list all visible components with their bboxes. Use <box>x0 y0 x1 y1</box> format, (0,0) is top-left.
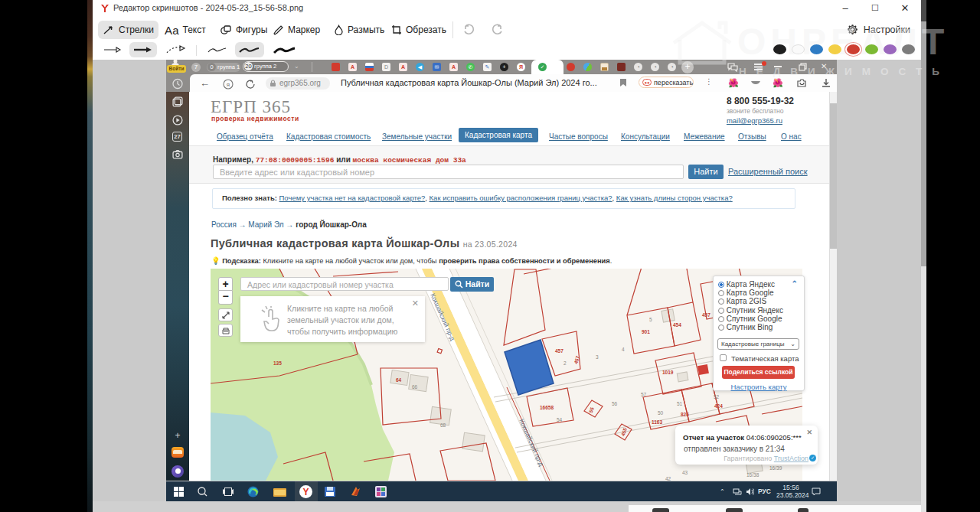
svg-text:5: 5 <box>649 317 652 322</box>
svg-text:42: 42 <box>665 476 671 481</box>
svg-text:135: 135 <box>273 360 282 366</box>
svg-text:64: 64 <box>396 377 402 383</box>
svg-text:51: 51 <box>677 401 683 406</box>
svg-text:457: 457 <box>555 348 564 354</box>
svg-text:56: 56 <box>612 401 618 406</box>
svg-text:454: 454 <box>673 322 681 328</box>
svg-text:50: 50 <box>658 410 664 416</box>
svg-text:54: 54 <box>557 417 563 422</box>
svg-text:3: 3 <box>596 354 599 360</box>
svg-text:4: 4 <box>622 347 625 352</box>
svg-text:57: 57 <box>641 392 647 397</box>
svg-text:457: 457 <box>702 312 710 318</box>
svg-text:1163: 1163 <box>652 419 662 425</box>
svg-text:826: 826 <box>681 412 689 417</box>
svg-text:1019: 1019 <box>662 370 674 375</box>
svg-text:16658: 16658 <box>540 405 554 410</box>
svg-text:66: 66 <box>412 384 418 390</box>
svg-text:я: я <box>227 81 230 88</box>
svg-text:16/38: 16/38 <box>746 472 760 478</box>
svg-text:43: 43 <box>682 470 688 475</box>
svg-text:2: 2 <box>564 360 567 366</box>
svg-text:16/39: 16/39 <box>769 465 782 471</box>
svg-text:424: 424 <box>714 403 723 409</box>
svg-text:52: 52 <box>714 394 720 399</box>
svg-text:68: 68 <box>440 422 446 428</box>
svg-text:901: 901 <box>642 329 650 334</box>
